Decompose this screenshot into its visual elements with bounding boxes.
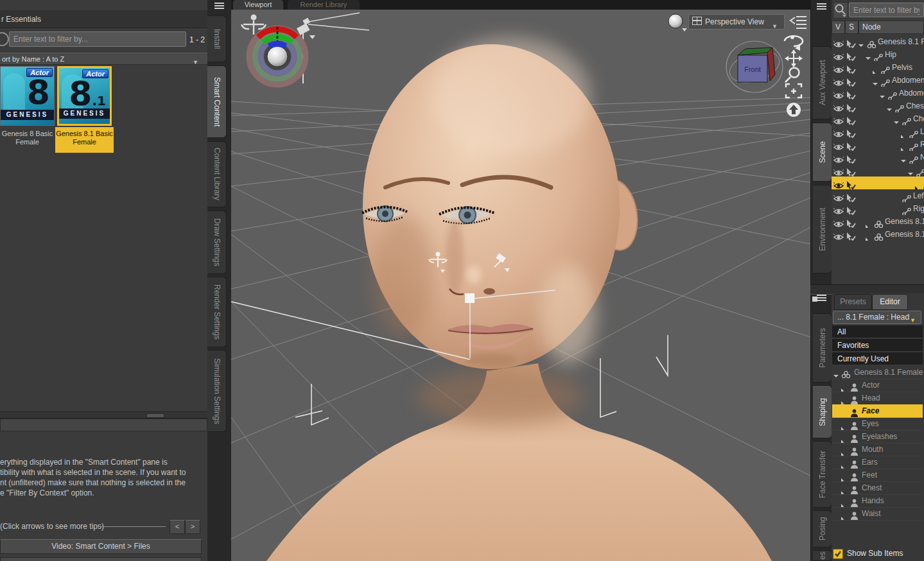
expand-arrow-icon[interactable] <box>908 168 913 177</box>
tab-install[interactable]: Install <box>207 15 227 62</box>
scene-node-row[interactable]: Hip <box>832 48 924 61</box>
visibility-eye-icon[interactable] <box>833 102 844 112</box>
scene-node-row[interactable] <box>832 164 924 177</box>
selectable-cursor-icon[interactable] <box>846 50 856 61</box>
selectable-cursor-icon[interactable] <box>846 101 856 112</box>
scene-node-row[interactable]: Rig <box>832 138 924 151</box>
visibility-eye-icon[interactable] <box>833 218 844 228</box>
tab-es[interactable]: es <box>813 550 832 561</box>
shaping-scope-dropdown[interactable]: ... 8.1 Female : Head ▼ <box>833 311 921 324</box>
shaping-region-row[interactable]: Eyes <box>832 417 923 431</box>
selectable-cursor-icon[interactable] <box>846 114 856 125</box>
product-thumb-genesis8[interactable]: Actor 8 GENESIS <box>0 66 55 126</box>
selectable-cursor-icon[interactable] <box>846 76 856 87</box>
shaping-region-row[interactable]: Face <box>832 404 923 418</box>
visibility-eye-icon[interactable] <box>833 230 844 241</box>
tab-simulation-settings[interactable]: Simulation Settings <box>207 350 227 432</box>
scene-node-row[interactable]: Chest L <box>832 99 924 112</box>
panel-splitter[interactable] <box>0 411 207 419</box>
tab-posing[interactable]: Posing <box>813 510 832 548</box>
visibility-eye-icon[interactable] <box>833 115 844 125</box>
scene-node-row[interactable]: Genesis 8.1 <box>832 228 924 241</box>
shaping-region-row[interactable]: Feet <box>832 469 923 482</box>
tab-draw-settings[interactable]: Draw Settings <box>207 211 227 274</box>
scene-node-row[interactable]: Ne <box>832 151 924 164</box>
shaping-region-row[interactable]: Ears <box>832 456 923 469</box>
prev-tip-button[interactable]: < <box>170 520 185 534</box>
tab-render-library[interactable]: Render Library <box>288 0 360 10</box>
scene-node-row[interactable]: Ches <box>832 112 924 125</box>
shaping-region-row[interactable]: Head <box>832 392 923 405</box>
selectable-cursor-icon[interactable] <box>846 217 856 228</box>
tab-parameters[interactable]: Parameters <box>813 313 832 383</box>
selectable-cursor-icon[interactable] <box>846 204 856 215</box>
scene-node-row[interactable]: Genesis 8.1 <box>832 215 924 228</box>
scene-node-row[interactable]: Left <box>832 189 924 202</box>
collapsed-header-bar[interactable] <box>0 419 207 431</box>
shaping-region-row[interactable]: Mouth <box>832 443 923 456</box>
expand-arrow-icon[interactable] <box>841 447 846 456</box>
expand-arrow-icon[interactable] <box>841 434 846 444</box>
visibility-eye-icon[interactable] <box>833 166 844 177</box>
next-tip-button[interactable]: > <box>185 520 200 534</box>
expand-arrow-icon[interactable] <box>841 395 846 405</box>
column-selectable[interactable]: S <box>845 21 859 34</box>
shaping-region-row[interactable]: Eyelashes <box>832 430 923 444</box>
tab-shaping[interactable]: Shaping <box>813 385 832 438</box>
selectable-cursor-icon[interactable] <box>846 89 856 99</box>
shaping-filter-all[interactable]: All <box>832 325 923 338</box>
shaping-region-row[interactable]: Chest <box>832 481 923 495</box>
shaping-region-row[interactable]: Waist <box>832 507 923 521</box>
partial-button[interactable] <box>0 557 202 561</box>
expand-arrow-icon[interactable] <box>901 142 906 151</box>
shaping-region-row[interactable]: Genesis 8.1 Female <box>832 366 923 379</box>
expand-arrow-icon[interactable] <box>901 129 906 138</box>
expand-arrow-icon[interactable] <box>866 52 871 61</box>
expand-arrow-icon[interactable] <box>915 180 920 189</box>
visibility-eye-icon[interactable] <box>833 76 844 87</box>
tab-aux-viewport[interactable]: Aux Viewport <box>813 46 832 119</box>
expand-arrow-icon[interactable] <box>841 498 846 508</box>
visibility-eye-icon[interactable] <box>833 192 844 202</box>
scene-filter-input[interactable] <box>849 3 924 17</box>
filter-magnifier-icon[interactable] <box>0 32 9 46</box>
scene-filter-icon[interactable] <box>833 2 848 19</box>
expand-arrow-icon[interactable] <box>841 485 846 495</box>
visibility-eye-icon[interactable] <box>833 128 844 138</box>
expand-arrow-icon[interactable] <box>894 116 899 125</box>
tab-smart-content[interactable]: Smart Content <box>207 65 227 138</box>
expand-arrow-icon[interactable] <box>841 472 846 482</box>
pane-menu-icon[interactable] <box>213 1 227 12</box>
expand-arrow-icon[interactable] <box>880 91 885 99</box>
visibility-eye-icon[interactable] <box>833 64 844 74</box>
expand-arrow-icon[interactable] <box>841 460 846 469</box>
visibility-eye-icon[interactable] <box>833 38 844 48</box>
product-thumb-genesis81[interactable]: Actor 8.1 GENESIS <box>57 66 112 126</box>
selectable-cursor-icon[interactable] <box>846 191 856 202</box>
scene-node-row[interactable]: Genesis 8.1 Fe <box>832 35 924 48</box>
sort-dropdown[interactable]: ort by Name : A to Z ▼ <box>0 53 207 65</box>
gizmo-handle[interactable] <box>465 293 475 303</box>
tab-presets[interactable]: Presets <box>834 294 872 310</box>
shaping-region-row[interactable]: Actor <box>832 379 923 392</box>
expand-arrow-icon[interactable] <box>833 370 839 379</box>
video-link-button[interactable]: Video: Smart Content > Files <box>0 539 202 554</box>
shaping-filter-currently-used[interactable]: Currently Used <box>832 352 923 365</box>
scene-node-row[interactable]: Right <box>832 202 924 215</box>
pane-menu-icon[interactable] <box>815 1 829 13</box>
expand-arrow-icon[interactable] <box>873 65 878 74</box>
scene-node-row[interactable]: Abdomen <box>832 87 924 99</box>
selectable-cursor-icon[interactable] <box>846 166 856 177</box>
scene-node-row[interactable]: Le <box>832 125 924 138</box>
visibility-eye-icon[interactable] <box>833 179 844 189</box>
expand-arrow-icon[interactable] <box>866 232 871 241</box>
expand-arrow-icon[interactable] <box>866 219 871 228</box>
tab-environment[interactable]: Environment <box>813 185 832 273</box>
visibility-eye-icon[interactable] <box>833 153 844 164</box>
tab-content-library[interactable]: Content Library <box>207 141 227 207</box>
scene-node-row[interactable] <box>832 177 924 189</box>
show-sub-items-row[interactable]: Show Sub Items <box>833 547 923 560</box>
scene-home-icon[interactable] <box>787 103 801 117</box>
expand-arrow-icon[interactable] <box>859 39 864 48</box>
visibility-eye-icon[interactable] <box>833 89 844 99</box>
